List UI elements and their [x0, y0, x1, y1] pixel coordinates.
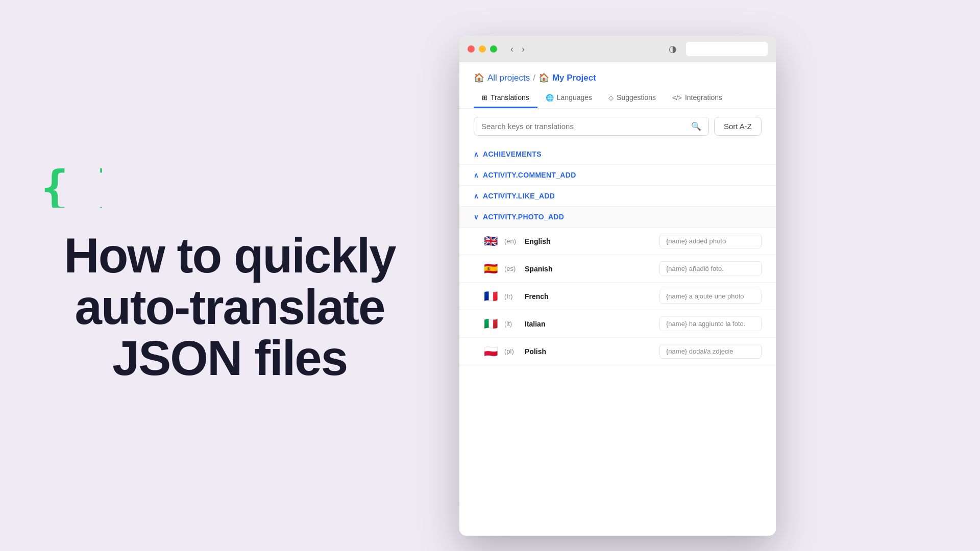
traffic-lights	[468, 45, 497, 53]
tab-integrations-label: Integrations	[685, 93, 722, 102]
lang-row-es: 🇪🇸 (es) Spanish {name} añadió foto.	[459, 255, 776, 283]
translation-es[interactable]: {name} añadió foto.	[659, 261, 762, 276]
translation-it[interactable]: {name} ha aggiunto la foto.	[659, 316, 762, 331]
browser-titlebar: ‹ › ◑	[459, 36, 776, 62]
lang-name-pl: Polish	[525, 347, 566, 356]
lang-name-fr: French	[525, 292, 566, 300]
search-input-wrap: 🔍	[474, 117, 709, 136]
group-activity-comment-add[interactable]: ∧ ACTIVITY.COMMENT_ADD	[459, 165, 776, 186]
group-achievements[interactable]: ∧ ACHIEVEMENTS	[459, 144, 776, 165]
breadcrumb: 🏠 All projects / 🏠 My Project	[459, 62, 776, 88]
integrations-tab-icon: </>	[672, 94, 682, 102]
breadcrumb-home-icon: 🏠	[474, 72, 484, 83]
tab-bar: ⊞ Translations 🌐 Languages ◇ Suggestions…	[459, 88, 776, 109]
tab-suggestions-label: Suggestions	[617, 93, 656, 102]
lang-code-pl: (pl)	[504, 347, 519, 355]
lang-code-it: (it)	[504, 320, 519, 328]
search-bar-row: 🔍 Sort A-Z	[459, 109, 776, 144]
nav-buttons: ‹ ›	[507, 42, 528, 57]
lang-code-en: (en)	[504, 237, 519, 245]
back-button[interactable]: ‹	[507, 42, 517, 57]
svg-text:{ }: { }	[41, 167, 102, 208]
tab-translations[interactable]: ⊞ Translations	[474, 88, 537, 108]
left-panel: { } How to quickly auto-translate JSON f…	[0, 136, 459, 415]
languages-tab-icon: 🌐	[546, 94, 554, 102]
page-headline: How to quickly auto-translate JSON files	[41, 230, 419, 384]
lang-row-pl: 🇵🇱 (pl) Polish {name} dodał/a zdjęcie	[459, 338, 776, 365]
group-activity-like-add[interactable]: ∧ ACTIVITY.LIKE_ADD	[459, 186, 776, 207]
chevron-right-icon: ∧	[474, 171, 479, 179]
group-activity-comment-add-name: ACTIVITY.COMMENT_ADD	[483, 171, 576, 179]
keys-list: ∧ ACHIEVEMENTS ∧ ACTIVITY.COMMENT_ADD ∧ …	[459, 144, 776, 536]
forward-button[interactable]: ›	[519, 42, 528, 57]
flag-pl: 🇵🇱	[484, 345, 498, 358]
lang-name-it: Italian	[525, 320, 566, 328]
flag-en: 🇬🇧	[484, 235, 498, 248]
breadcrumb-project-emoji: 🏠	[538, 72, 549, 83]
breadcrumb-project-name: My Project	[552, 73, 596, 83]
logo-icon: { }	[41, 167, 419, 210]
tab-translations-label: Translations	[491, 93, 529, 102]
translations-tab-icon: ⊞	[482, 94, 487, 102]
group-activity-photo-add-name: ACTIVITY.PHOTO_ADD	[483, 213, 564, 221]
translation-en[interactable]: {name} added photo	[659, 234, 762, 248]
lang-row-en: 🇬🇧 (en) English {name} added photo	[459, 228, 776, 255]
lang-row-it: 🇮🇹 (it) Italian {name} ha aggiunto la fo…	[459, 310, 776, 338]
browser-panel: ‹ › ◑ 🏠 All projects / 🏠 My Project ⊞ Tr…	[459, 36, 776, 536]
maximize-button[interactable]	[490, 45, 497, 53]
chevron-right-icon: ∧	[474, 151, 479, 158]
tab-languages-label: Languages	[557, 93, 592, 102]
group-activity-photo-add[interactable]: ∨ ACTIVITY.PHOTO_ADD	[459, 207, 776, 228]
lang-row-fr: 🇫🇷 (fr) French {name} a ajouté une photo	[459, 283, 776, 310]
chevron-right-icon: ∧	[474, 192, 479, 200]
tab-languages[interactable]: 🌐 Languages	[537, 88, 600, 108]
group-activity-like-add-name: ACTIVITY.LIKE_ADD	[483, 192, 555, 200]
lang-name-es: Spanish	[525, 265, 566, 273]
search-icon: 🔍	[691, 121, 701, 131]
suggestions-tab-icon: ◇	[608, 94, 614, 102]
address-bar[interactable]	[686, 42, 768, 56]
tab-integrations[interactable]: </> Integrations	[664, 88, 730, 108]
chevron-down-icon: ∨	[474, 213, 479, 221]
breadcrumb-separator: /	[533, 73, 535, 83]
flag-it: 🇮🇹	[484, 317, 498, 331]
flag-es: 🇪🇸	[484, 262, 498, 276]
lang-code-es: (es)	[504, 265, 519, 272]
translation-fr[interactable]: {name} a ajouté une photo	[659, 289, 762, 304]
group-achievements-name: ACHIEVEMENTS	[483, 150, 542, 158]
tab-suggestions[interactable]: ◇ Suggestions	[600, 88, 664, 108]
lang-code-fr: (fr)	[504, 292, 519, 300]
browser-window: ‹ › ◑ 🏠 All projects / 🏠 My Project ⊞ Tr…	[459, 36, 776, 536]
close-button[interactable]	[468, 45, 475, 53]
flag-fr: 🇫🇷	[484, 290, 498, 303]
minimize-button[interactable]	[479, 45, 486, 53]
sort-button[interactable]: Sort A-Z	[714, 117, 762, 136]
search-input[interactable]	[481, 122, 687, 131]
lang-name-en: English	[525, 237, 566, 245]
theme-toggle-button[interactable]: ◑	[669, 43, 677, 55]
browser-content: 🏠 All projects / 🏠 My Project ⊞ Translat…	[459, 62, 776, 536]
all-projects-link[interactable]: All projects	[487, 73, 530, 83]
translation-pl[interactable]: {name} dodał/a zdjęcie	[659, 344, 762, 359]
